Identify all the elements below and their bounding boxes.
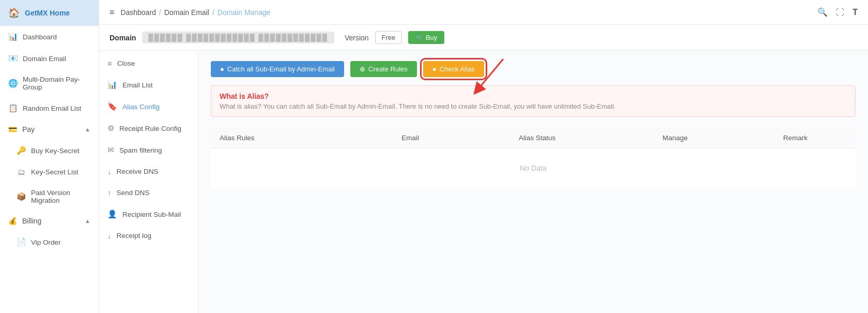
- catch-all-label: Catch all Sub-Email by Admin-Email: [227, 65, 335, 73]
- sidebar-label-domain-email: Domain Email: [23, 55, 66, 63]
- sub-sidebar: ≡ Close 📊 Email List 🔖 Alias Config ⚙ Re…: [99, 51, 198, 313]
- col-manage: Manage: [614, 128, 735, 148]
- create-rules-button[interactable]: ⊕ Create Rules: [350, 61, 417, 77]
- receive-dns-icon: ↓: [107, 167, 112, 176]
- col-email: Email: [361, 128, 460, 148]
- sidebar-label-buy-key: Buy Key-Secret: [31, 147, 80, 155]
- sub-sidebar-label-receipt-log: Receipt log: [117, 232, 152, 240]
- pay-icon: 💳: [8, 125, 17, 133]
- sidebar-title: GetMX Home: [25, 9, 70, 17]
- billing-icon: 💰: [8, 217, 17, 225]
- sub-sidebar-alias-config[interactable]: 🔖 Alias Config: [99, 96, 198, 117]
- sidebar-item-random-email[interactable]: 📋 Random Email List: [0, 97, 99, 119]
- sub-sidebar-receipt-log[interactable]: ↓ Receipt log: [99, 225, 198, 246]
- recipient-icon: 👤: [107, 210, 117, 219]
- sub-sidebar-label-spam: Spam filtering: [119, 146, 162, 154]
- random-email-icon: 📋: [8, 103, 18, 113]
- vip-order-icon: 📄: [17, 237, 26, 247]
- check-alias-label: Check Alias: [440, 65, 475, 73]
- buy-key-icon: 🔑: [17, 146, 26, 155]
- text-icon[interactable]: T: [853, 8, 858, 17]
- main-area: ≡ Dashboard / Domain Email / Domain Mana…: [99, 0, 868, 313]
- sidebar-label-multi-domain: Multi-Domain Pay-Group: [23, 76, 90, 91]
- sidebar-label-pay: Pay: [22, 125, 35, 133]
- page-content: ● Catch all Sub-Email by Admin-Email ⊕ C…: [198, 51, 868, 313]
- catch-all-icon: ●: [220, 65, 224, 73]
- sidebar-item-key-list[interactable]: 🗂 Key-Secret List: [0, 161, 99, 183]
- sub-sidebar-recipient[interactable]: 👤 Recipient Sub-Mail: [99, 203, 198, 225]
- sidebar-item-multi-domain[interactable]: 🌐 Multi-Domain Pay-Group: [0, 69, 99, 97]
- col-alias-status: Alias Status: [460, 128, 615, 148]
- fullscreen-icon[interactable]: ⛶: [836, 8, 844, 17]
- breadcrumb-sep-2: /: [212, 8, 214, 17]
- breadcrumb-domain-manage[interactable]: Domain Manage: [218, 8, 271, 17]
- sidebar-item-domain-email[interactable]: 📧 Domain Email: [0, 48, 99, 69]
- receipt-log-icon: ↓: [107, 231, 112, 240]
- sidebar-section-billing[interactable]: 💰 Billing ▲: [0, 211, 99, 231]
- sidebar: 🏠 GetMX Home 📊 Dashboard 📧 Domain Email …: [0, 0, 99, 313]
- sub-sidebar-label-receive-dns: Receive DNS: [117, 168, 159, 175]
- sub-sidebar-send-dns[interactable]: ↑ Send DNS: [99, 182, 198, 203]
- email-list-icon: 📊: [107, 80, 117, 90]
- create-rules-icon: ⊕: [360, 65, 365, 73]
- breadcrumb-dashboard[interactable]: Dashboard: [120, 8, 156, 17]
- content-area: ≡ Close 📊 Email List 🔖 Alias Config ⚙ Re…: [99, 51, 868, 313]
- sidebar-section-pay[interactable]: 💳 Pay ▲: [0, 119, 99, 140]
- spam-icon: ✉: [107, 145, 114, 155]
- sidebar-label-random-email: Random Email List: [23, 105, 81, 112]
- breadcrumb-sep-1: /: [159, 8, 161, 17]
- sub-sidebar-label-receipt-rule: Receipt Rule Config: [119, 125, 181, 132]
- send-dns-icon: ↑: [107, 188, 112, 197]
- domain-label: Domain: [110, 34, 136, 42]
- sub-sidebar-label-send-dns: Send DNS: [117, 189, 150, 197]
- sub-sidebar-receive-dns[interactable]: ↓ Receive DNS: [99, 161, 198, 182]
- close-icon: ≡: [107, 59, 112, 68]
- no-data-cell: No Data: [211, 148, 856, 188]
- sub-sidebar-label-email-list: Email List: [122, 81, 153, 89]
- buy-button[interactable]: 🛒 Buy: [408, 31, 444, 44]
- sidebar-item-buy-key[interactable]: 🔑 Buy Key-Secret: [0, 140, 99, 161]
- domain-email-icon: 📧: [8, 54, 18, 63]
- alias-config-icon: 🔖: [107, 102, 117, 111]
- sub-sidebar-label-alias-config: Alias Config: [122, 103, 160, 111]
- breadcrumb: Dashboard / Domain Email / Domain Manage: [120, 8, 270, 17]
- sidebar-label-key-list: Key-Secret List: [31, 168, 79, 176]
- catch-all-button[interactable]: ● Catch all Sub-Email by Admin-Email: [211, 61, 344, 77]
- sidebar-label-dashboard: Dashboard: [23, 33, 57, 41]
- sub-sidebar-email-list[interactable]: 📊 Email List: [99, 74, 198, 96]
- info-box-title: What is Alias?: [220, 92, 847, 100]
- multi-domain-icon: 🌐: [8, 79, 18, 88]
- create-rules-label: Create Rules: [368, 65, 408, 73]
- sub-sidebar-close[interactable]: ≡ Close: [99, 53, 198, 74]
- search-icon[interactable]: 🔍: [817, 7, 828, 17]
- info-box-text: What is alias? You can catch all Sub-Ema…: [220, 102, 847, 110]
- menu-icon[interactable]: ≡: [110, 8, 114, 17]
- sub-sidebar-label-close: Close: [117, 59, 135, 67]
- home-icon: 🏠: [8, 7, 20, 19]
- sidebar-header[interactable]: 🏠 GetMX Home: [0, 0, 99, 26]
- topbar: ≡ Dashboard / Domain Email / Domain Mana…: [99, 0, 868, 25]
- sidebar-item-vip-order[interactable]: 📄 Vip Order: [0, 231, 99, 253]
- sub-sidebar-spam[interactable]: ✉ Spam filtering: [99, 139, 198, 161]
- domain-bar: Domain ██████ ████████████ ████████████ …: [99, 25, 868, 51]
- version-label: Version: [345, 34, 369, 42]
- check-alias-button[interactable]: ● Check Alias: [423, 61, 484, 77]
- sidebar-item-dashboard[interactable]: 📊 Dashboard: [0, 26, 99, 48]
- breadcrumb-domain-email[interactable]: Domain Email: [164, 8, 209, 17]
- info-box: What is Alias? What is alias? You can ca…: [211, 85, 856, 117]
- col-alias-rules: Alias Rules: [211, 128, 361, 148]
- col-remark: Remark: [736, 128, 856, 148]
- sidebar-item-paid-migration[interactable]: 📦 Paid Version Migration: [0, 183, 99, 211]
- free-button[interactable]: Free: [375, 31, 402, 44]
- sub-sidebar-label-recipient: Recipient Sub-Mail: [122, 211, 181, 218]
- sidebar-label-vip-order: Vip Order: [31, 239, 61, 246]
- paid-migration-icon: 📦: [17, 192, 26, 201]
- alias-table: Alias Rules Email Alias Status Manage Re…: [211, 127, 856, 188]
- sidebar-label-billing: Billing: [22, 217, 41, 225]
- chevron-down-icon: ▲: [85, 218, 90, 224]
- table-no-data-row: No Data: [211, 148, 856, 188]
- check-alias-icon: ●: [432, 65, 437, 73]
- table-header-row: Alias Rules Email Alias Status Manage Re…: [211, 128, 856, 148]
- sub-sidebar-receipt-rule[interactable]: ⚙ Receipt Rule Config: [99, 117, 198, 139]
- dashboard-icon: 📊: [8, 32, 18, 41]
